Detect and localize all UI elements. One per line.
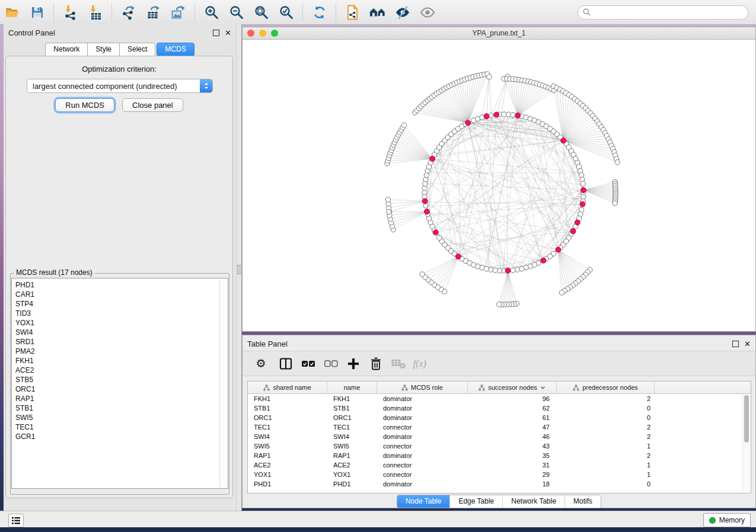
satellite-node[interactable] <box>402 123 407 127</box>
dominator-node[interactable] <box>541 258 546 263</box>
table-settings-icon[interactable]: ⚙ <box>252 355 270 373</box>
open-session-icon[interactable] <box>4 4 21 21</box>
satellite-node[interactable] <box>559 290 564 295</box>
mcds-result-item[interactable]: TID3 <box>15 309 228 318</box>
table-row[interactable]: TEC1TEC1connector472 <box>248 422 751 432</box>
mcds-result-item[interactable]: SWI4 <box>15 328 228 337</box>
ring-node[interactable] <box>511 113 515 117</box>
import-table-from-file-icon[interactable] <box>87 4 104 21</box>
dominator-node[interactable] <box>556 247 561 252</box>
home-pages-icon[interactable] <box>369 4 387 21</box>
mcds-result-item[interactable]: SWI5 <box>15 413 228 422</box>
satellite-node[interactable] <box>387 209 391 214</box>
satellite-node[interactable] <box>487 74 492 79</box>
ring-node[interactable] <box>437 235 442 240</box>
dominator-node[interactable] <box>484 114 489 119</box>
dominator-node[interactable] <box>570 229 576 234</box>
dominator-node[interactable] <box>455 254 461 259</box>
export-network-icon[interactable] <box>120 4 138 21</box>
table-row[interactable]: SWI4SWI4dominator462 <box>248 432 751 441</box>
zoom-selected-icon[interactable] <box>277 4 295 21</box>
show-columns-icon[interactable] <box>277 355 295 373</box>
mcds-list-scrollbar[interactable] <box>219 279 227 488</box>
tab-mcds[interactable]: MCDS <box>157 43 194 56</box>
close-table-panel-icon[interactable]: ✕ <box>744 341 751 347</box>
dominator-node[interactable] <box>580 201 585 207</box>
mcds-result-item[interactable]: YOX1 <box>15 318 228 328</box>
share-document-icon[interactable] <box>344 4 362 21</box>
hide-graphics-details-icon[interactable] <box>394 4 412 21</box>
mcds-result-item[interactable]: RAP1 <box>15 394 228 403</box>
tab-motifs[interactable]: Motifs <box>565 495 601 508</box>
zoom-out-icon[interactable] <box>228 4 245 21</box>
column-header-predecessor-nodes[interactable]: predecessor nodes <box>557 382 655 393</box>
tab-network[interactable]: Network <box>45 43 87 56</box>
zoom-in-icon[interactable] <box>203 4 221 21</box>
table-row[interactable]: FKH1FKH1dominator962 <box>248 394 751 403</box>
mcds-result-item[interactable]: TEC1 <box>15 422 228 432</box>
optimization-criterion-select[interactable]: largest connected component (undirected) <box>27 79 213 93</box>
table-row[interactable]: ORC1ORC1dominator610 <box>248 413 751 422</box>
mcds-result-item[interactable]: PHD1 <box>15 280 228 290</box>
import-network-from-file-icon[interactable] <box>62 4 79 21</box>
mcds-result-item[interactable]: PMA2 <box>15 347 228 356</box>
mcds-result-item[interactable]: ACE2 <box>15 366 228 375</box>
search-box[interactable] <box>578 5 748 20</box>
select-all-icon[interactable] <box>299 355 317 373</box>
add-column-icon[interactable] <box>344 355 362 373</box>
export-image-icon[interactable] <box>170 4 187 21</box>
table-row[interactable]: YOX1YOX1connector291 <box>248 470 751 479</box>
delete-column-icon[interactable] <box>367 355 385 373</box>
satellite-node[interactable] <box>497 302 502 307</box>
mcds-result-item[interactable]: ORC1 <box>15 384 228 394</box>
table-scrollbar-thumb[interactable] <box>744 395 749 443</box>
column-header-shared-name[interactable]: shared name <box>248 382 327 393</box>
table-row[interactable]: STB1STB1dominator620 <box>248 403 751 413</box>
tab-network-table[interactable]: Network Table <box>503 495 565 508</box>
deselect-all-icon[interactable] <box>322 355 340 373</box>
satellite-node[interactable] <box>615 160 620 165</box>
tab-select[interactable]: Select <box>119 43 155 56</box>
table-row[interactable]: PHD1PHD1dominator180 <box>248 479 751 489</box>
float-table-panel-icon[interactable] <box>732 341 739 347</box>
dominator-node[interactable] <box>494 112 499 117</box>
table-row[interactable]: SWI5SWI5connector431 <box>248 441 751 451</box>
close-panel-button[interactable]: Close panel <box>122 98 183 112</box>
close-panel-icon[interactable]: ✕ <box>225 30 231 36</box>
satellite-node[interactable] <box>613 201 617 206</box>
column-header-successor-nodes[interactable]: successor nodes <box>468 382 557 393</box>
dominator-node[interactable] <box>430 156 435 162</box>
mcds-result-item[interactable]: CAR1 <box>15 290 228 299</box>
mcds-result-item[interactable]: STP4 <box>15 299 228 309</box>
search-input[interactable] <box>594 8 743 17</box>
table-scrollbar[interactable] <box>742 394 750 492</box>
dominator-node[interactable] <box>561 138 566 143</box>
ring-node[interactable] <box>580 181 585 186</box>
ring-node[interactable] <box>511 268 515 273</box>
tab-node-table[interactable]: Node Table <box>397 495 451 508</box>
mcds-result-item[interactable]: GCR1 <box>15 432 228 441</box>
splitter-grip[interactable] <box>237 265 242 274</box>
satellite-node[interactable] <box>420 272 425 277</box>
export-table-icon[interactable] <box>145 4 162 21</box>
dominator-node[interactable] <box>422 198 428 204</box>
zoom-fit-content-icon[interactable] <box>253 4 270 21</box>
dominator-node[interactable] <box>580 187 586 193</box>
mcds-result-item[interactable]: STB1 <box>15 403 228 413</box>
column-header-name[interactable]: name <box>327 382 377 393</box>
network-canvas[interactable] <box>243 40 755 331</box>
tab-style[interactable]: Style <box>87 43 119 56</box>
mcds-result-list[interactable]: PHD1CAR1STP4TID3YOX1SWI4SRD1PMA2FKH1ACE2… <box>11 278 228 489</box>
refresh-view-icon[interactable] <box>311 4 328 21</box>
task-history-button[interactable] <box>8 514 24 527</box>
mcds-result-item[interactable]: STB5 <box>15 375 228 384</box>
dominator-node[interactable] <box>425 209 430 214</box>
table-row[interactable]: RAP1RAP1dominator352 <box>248 451 751 460</box>
mcds-result-item[interactable]: FKH1 <box>15 356 228 366</box>
tab-edge-table[interactable]: Edge Table <box>450 495 503 508</box>
column-header-MCDS-role[interactable]: MCDS role <box>377 382 468 393</box>
save-session-icon[interactable] <box>28 4 46 21</box>
table-row[interactable]: ACE2ACE2connector311 <box>248 460 751 470</box>
vertical-splitter[interactable] <box>236 24 242 511</box>
float-panel-icon[interactable] <box>213 30 219 36</box>
